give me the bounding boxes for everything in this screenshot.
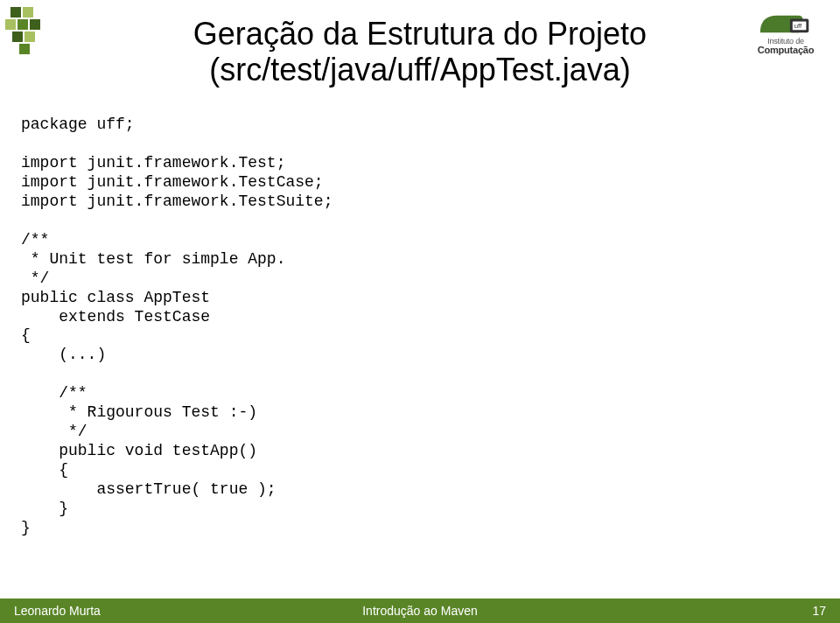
footer-page-number: 17 (812, 604, 826, 618)
slide-title: Geração da Estrutura do Projeto (src/tes… (0, 16, 840, 88)
footer-bar: Leonardo Murta Introdução ao Maven 17 (0, 598, 840, 623)
footer-title: Introdução ao Maven (0, 604, 840, 618)
slide: uff Instituto de Computação Geração da E… (0, 0, 840, 623)
code-block: package uff; import junit.framework.Test… (21, 116, 819, 538)
title-line-1: Geração da Estrutura do Projeto (193, 16, 647, 52)
title-line-2: (src/test/java/uff/AppTest.java) (209, 52, 631, 88)
footer-author: Leonardo Murta (14, 604, 101, 618)
